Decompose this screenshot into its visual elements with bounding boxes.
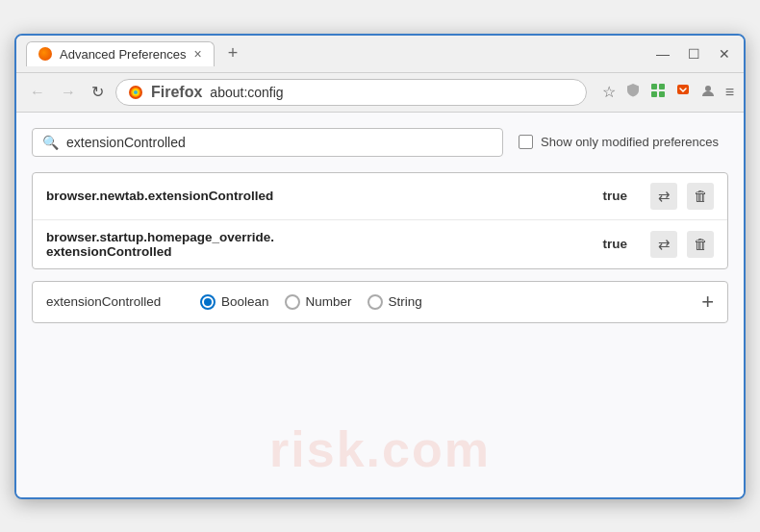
pref-toggle-button-2[interactable]: ⇄ — [650, 231, 677, 258]
pref-name-2-line1: browser.startup.homepage_override. — [46, 230, 591, 244]
browser-brand-label: Firefox — [151, 84, 202, 101]
add-pref-button[interactable]: + — [701, 291, 714, 313]
content-area: risk.com 🔍 Show only modified preference… — [16, 113, 744, 497]
radio-number[interactable]: Number — [285, 294, 352, 310]
extension-icon[interactable] — [650, 83, 666, 102]
delete-icon-1: 🗑 — [694, 188, 708, 204]
search-input[interactable] — [66, 135, 493, 150]
pref-actions-2: ⇄ 🗑 — [650, 231, 714, 258]
search-input-wrap[interactable]: 🔍 — [32, 128, 503, 157]
show-modified-checkbox-row[interactable]: Show only modified preferences — [519, 135, 719, 149]
type-radio-group: Boolean Number String — [200, 294, 682, 310]
forward-button[interactable]: → — [57, 82, 80, 103]
radio-string-circle[interactable] — [367, 294, 383, 310]
tab-title: Advanced Preferences — [60, 47, 187, 62]
new-pref-name: extensionControlled — [46, 294, 181, 309]
svg-rect-6 — [651, 91, 657, 97]
radio-number-label: Number — [306, 294, 352, 309]
maximize-button[interactable]: ☐ — [684, 46, 703, 62]
pref-actions-1: ⇄ 🗑 — [650, 183, 714, 210]
show-modified-label: Show only modified preferences — [541, 135, 719, 149]
svg-rect-8 — [677, 85, 689, 94]
close-button[interactable]: ✕ — [715, 46, 734, 62]
delete-icon-2: 🗑 — [694, 236, 708, 252]
radio-boolean[interactable]: Boolean — [200, 294, 269, 310]
address-bar[interactable]: Firefox about:config — [115, 79, 587, 106]
toggle-icon-2: ⇄ — [658, 236, 671, 253]
new-pref-row: extensionControlled Boolean Number Strin… — [32, 281, 728, 323]
pref-row-2: browser.startup.homepage_override. exten… — [33, 220, 727, 268]
minimize-button[interactable]: — — [653, 46, 672, 62]
address-url: about:config — [210, 85, 283, 100]
pref-row-1: browser.newtab.extensionControlled true … — [33, 173, 727, 220]
pocket-icon[interactable] — [675, 83, 691, 102]
pref-name-2: browser.startup.homepage_override. exten… — [46, 230, 591, 259]
bookmark-icon[interactable]: ☆ — [602, 83, 616, 101]
svg-point-9 — [705, 86, 711, 91]
pref-toggle-button-1[interactable]: ⇄ — [650, 183, 677, 210]
radio-boolean-circle[interactable] — [200, 294, 215, 310]
pref-value-2: true — [602, 237, 627, 251]
shield-icon — [625, 83, 641, 102]
browser-window: Advanced Preferences × + — ☐ ✕ ← → ↻ Fir… — [14, 34, 746, 499]
pref-delete-button-1[interactable]: 🗑 — [687, 183, 714, 210]
tab-favicon — [38, 47, 52, 61]
profile-icon[interactable] — [700, 83, 716, 102]
svg-point-3 — [134, 90, 138, 94]
search-bar-row: 🔍 Show only modified preferences — [32, 128, 728, 157]
svg-rect-7 — [659, 91, 665, 97]
reload-button[interactable]: ↻ — [88, 81, 108, 103]
search-icon: 🔍 — [42, 135, 59, 150]
firefox-logo-icon — [128, 85, 143, 100]
menu-icon[interactable]: ≡ — [725, 84, 734, 101]
preferences-table: browser.newtab.extensionControlled true … — [32, 172, 728, 269]
svg-rect-4 — [651, 84, 657, 89]
pref-name-1: browser.newtab.extensionControlled — [46, 189, 591, 203]
back-button[interactable]: ← — [26, 82, 49, 103]
nav-bar: ← → ↻ Firefox about:config ☆ — [16, 73, 744, 113]
show-modified-checkbox[interactable] — [519, 135, 533, 149]
radio-string-label: String — [389, 294, 422, 309]
nav-icons: ☆ — [602, 83, 734, 102]
pref-value-1: true — [602, 189, 627, 203]
title-bar: Advanced Preferences × + — ☐ ✕ — [16, 36, 744, 73]
radio-boolean-label: Boolean — [221, 294, 269, 309]
pref-delete-button-2[interactable]: 🗑 — [687, 231, 714, 258]
pref-name-2-line2: extensionControlled — [46, 244, 591, 259]
tab-close-button[interactable]: × — [194, 47, 202, 61]
watermark: risk.com — [269, 420, 491, 478]
radio-string[interactable]: String — [367, 294, 422, 310]
new-tab-button[interactable]: + — [222, 41, 244, 65]
toggle-icon-1: ⇄ — [658, 188, 671, 205]
radio-number-circle[interactable] — [285, 294, 300, 310]
browser-tab[interactable]: Advanced Preferences × — [26, 41, 215, 66]
window-controls: — ☐ ✕ — [653, 46, 734, 62]
svg-rect-5 — [659, 84, 665, 89]
